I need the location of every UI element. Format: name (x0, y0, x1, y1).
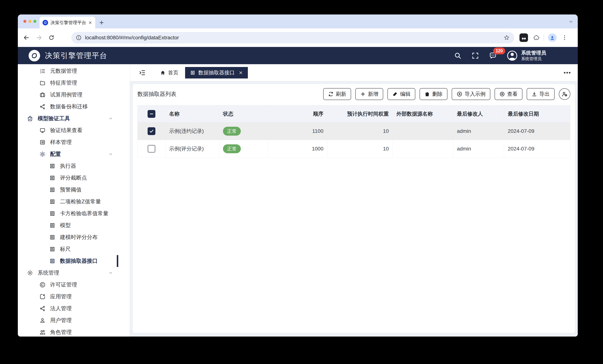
site-info-icon[interactable] (76, 35, 82, 41)
receipt-icon (49, 163, 56, 169)
sidebar-item-chi-square[interactable]: 卡方检验临界值常量 (18, 208, 118, 219)
table-row[interactable]: 示例(评分记录) 正常 1000 10 admin 2024-07-09 (138, 140, 570, 158)
bookmark-star-icon[interactable] (503, 34, 510, 41)
export-button[interactable]: 导出 (527, 88, 555, 100)
browser-menu-kebab-icon[interactable] (561, 34, 568, 41)
sidebar-item-ruler[interactable]: 标尺 (18, 243, 118, 255)
cell-datasource (393, 140, 453, 158)
column-header-order[interactable]: 顺序 (268, 105, 327, 123)
users-icon (39, 329, 46, 335)
cell-weight: 10 (327, 123, 393, 140)
sidebar-item-binomial-z[interactable]: 二项检验Z值常量 (18, 196, 118, 208)
fullscreen-icon[interactable] (471, 52, 479, 59)
bag-check-icon (27, 115, 33, 122)
app-box-icon (39, 294, 46, 300)
sidebar-item-sample-management[interactable]: 样本管理 (18, 136, 118, 148)
sidebar-item-data-backup[interactable]: 数据备份和迁移 (18, 101, 118, 113)
sidebar-item-executor[interactable]: 执行器 (18, 160, 118, 172)
gear-icon (27, 270, 33, 276)
url-text[interactable]: localhost:8080/#/mv/config/dataExtractor (85, 35, 500, 41)
row-checkbox-checked[interactable] (148, 127, 155, 135)
cell-modified-date: 2024-07-09 (504, 123, 570, 140)
forward-button[interactable] (36, 34, 42, 41)
sidebar-item-metadata[interactable]: 元数据管理 (18, 65, 118, 77)
user-avatar[interactable] (507, 50, 518, 61)
close-tab-icon[interactable] (88, 21, 92, 25)
column-header-name[interactable]: 名称 (165, 105, 219, 123)
sidebar-item-roles[interactable]: 角色管理 (18, 326, 118, 337)
more-options-icon[interactable] (563, 68, 571, 77)
notification-badge: 120 (493, 47, 505, 54)
delete-button[interactable]: 删除 (419, 88, 447, 100)
add-button[interactable]: 新增 (355, 88, 383, 100)
close-tab-icon[interactable] (239, 70, 243, 75)
browser-profile-avatar[interactable] (548, 34, 557, 42)
search-icon[interactable] (454, 52, 462, 59)
import-example-button[interactable]: 导入示例 (452, 88, 490, 100)
back-button[interactable] (23, 34, 30, 41)
browser-nav-buttons (23, 34, 66, 41)
browser-tab-title: 决策引擎管理平台 (50, 20, 86, 26)
browser-toolbar: localhost:8080/#/mv/config/dataExtractor (18, 28, 578, 47)
sidebar-item-model[interactable]: 模型 (18, 219, 118, 231)
cell-order: 1000 (268, 140, 327, 158)
sidebar-item-feature-library[interactable]: 特征库管理 (18, 77, 118, 89)
view-button[interactable]: 查看 (495, 88, 522, 100)
tab-home[interactable]: 首页 (158, 67, 180, 79)
address-bar[interactable]: localhost:8080/#/mv/config/dataExtractor (71, 32, 514, 43)
sidebar-item-applications[interactable]: 应用管理 (18, 291, 118, 303)
sidebar-item-modeling-score-dist[interactable]: 建模时评分分布 (18, 231, 118, 243)
cell-modified-by: admin (453, 140, 504, 158)
user-icon (39, 317, 46, 324)
select-all-checkbox[interactable] (148, 110, 155, 118)
receipt-icon (49, 258, 56, 264)
column-header-weight[interactable]: 预计执行时间权重 (327, 105, 393, 123)
receipt-icon (49, 222, 56, 228)
close-window-button[interactable] (23, 20, 26, 23)
column-settings-button[interactable] (559, 88, 570, 100)
sidebar-item-legal-entity[interactable]: 法人管理 (18, 303, 118, 315)
table-header-row: 名称 状态 顺序 预计执行时间权重 外部数据源名称 最后修改人 最后修改日期 (138, 105, 570, 123)
row-checkbox-unchecked[interactable] (148, 145, 155, 153)
minimize-window-button[interactable] (28, 20, 31, 23)
user-role: 系统管理员 (521, 56, 546, 62)
sidebar-item-license[interactable]: 许可证管理 (18, 279, 118, 291)
sidebar-item-alert-threshold[interactable]: 预警阈值 (18, 184, 118, 196)
column-header-modified-date[interactable]: 最后修改日期 (504, 105, 570, 123)
refresh-button[interactable]: 刷新 (323, 88, 351, 100)
cell-weight: 10 (327, 140, 393, 158)
sidebar-group-system[interactable]: 系统管理 (18, 267, 118, 279)
column-header-modified-by[interactable]: 最后修改人 (453, 105, 504, 123)
collapse-sidebar-icon[interactable] (139, 69, 146, 76)
browser-tab[interactable]: 决策引擎管理平台 (40, 17, 95, 28)
tab-data-extractor[interactable]: 数据抽取器接口 (185, 67, 248, 79)
edit-button[interactable]: 编辑 (387, 88, 415, 100)
messages-icon[interactable]: 120 (489, 52, 497, 60)
zoom-window-button[interactable] (34, 20, 36, 23)
sidebar-item-validation-results[interactable]: 验证结果查看 (18, 125, 118, 136)
sidebar-group-model-validation[interactable]: 模型验证工具 (18, 113, 118, 125)
cell-modified-date: 2024-07-09 (504, 140, 570, 158)
sidebar-item-users[interactable]: 用户管理 (18, 315, 118, 326)
table-row[interactable]: 示例(违约记录) 正常 1100 10 admin 2024-07-09 (138, 123, 570, 140)
window-controls (23, 20, 36, 23)
new-tab-button[interactable] (99, 20, 104, 25)
sidebar-item-data-extractor[interactable]: 数据抽取器接口 (18, 255, 118, 267)
monitor-icon (39, 127, 46, 134)
user-menu[interactable]: 系统管理员 系统管理员 (507, 50, 546, 62)
chevron-up-icon (108, 271, 113, 275)
data-table: 名称 状态 顺序 预计执行时间权重 外部数据源名称 最后修改人 最后修改日期 示… (137, 105, 570, 158)
sidebar-item-trial-cases[interactable]: 试算用例管理 (18, 89, 118, 101)
gear-icon (39, 151, 46, 157)
extension-icon[interactable] (520, 34, 528, 42)
sidebar-item-score-cutoff[interactable]: 评分截断点 (18, 172, 118, 184)
sidebar-group-config[interactable]: 配置 (18, 148, 118, 160)
app-title: 决策引擎管理平台 (45, 50, 107, 61)
app-header: 决策引擎管理平台 120 系统管理员 系统管理员 (18, 47, 578, 64)
tab-list-chevron-down-icon[interactable] (568, 19, 573, 24)
column-header-status[interactable]: 状态 (219, 105, 268, 123)
folder-icon (39, 80, 46, 86)
column-header-datasource[interactable]: 外部数据源名称 (393, 105, 453, 123)
extensions-puzzle-icon[interactable] (533, 34, 540, 41)
reload-button[interactable] (48, 34, 55, 41)
